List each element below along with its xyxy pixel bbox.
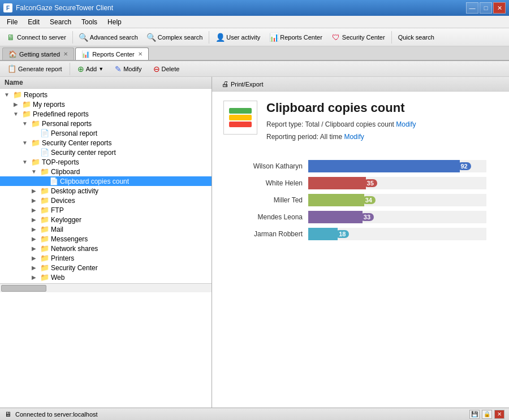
chart-bar: 18 [308, 228, 338, 240]
minimize-button[interactable]: — [466, 2, 478, 14]
tree-item-printers[interactable]: ▶ 📁 Printers [0, 253, 212, 263]
title-bar: F FalconGaze SecureTower Client — □ ✕ [0, 0, 509, 16]
reports-center-label: Reports Center [280, 34, 322, 41]
tree-label-sc-reports: Security Center reports [42, 139, 111, 147]
folder-predefined-icon: 📁 [22, 110, 31, 118]
tree-item-network-shares[interactable]: ▶ 📁 Network shares [0, 244, 212, 253]
menu-tools[interactable]: Tools [77, 17, 102, 27]
expander-devices[interactable]: ▶ [29, 197, 38, 203]
status-text: 🖥 Connected to server:localhost [5, 410, 98, 418]
tree-item-security-center[interactable]: ▶ 📁 Security Center [0, 263, 212, 272]
tree-item-mail[interactable]: ▶ 📁 Mail [0, 224, 212, 234]
expander-predefined[interactable]: ▼ [11, 111, 20, 117]
tree-item-devices[interactable]: ▶ 📁 Devices [0, 196, 212, 205]
tab-getting-started[interactable]: 🏠 Getting started ✕ [2, 47, 74, 60]
separator-4 [70, 63, 70, 75]
folder-ftp-icon: 📁 [40, 206, 49, 214]
print-icon: 🖨 [222, 80, 229, 88]
status-icon-1[interactable]: 💾 [469, 410, 480, 419]
modify-label: Modify [123, 66, 141, 72]
menu-file[interactable]: File [2, 17, 22, 27]
tree-item-sc-report[interactable]: 📄 Security center report [0, 148, 212, 157]
quick-search-button[interactable]: Quick search [394, 32, 438, 42]
expander-messengers[interactable]: ▶ [29, 236, 38, 242]
expander-ftp[interactable]: ▶ [29, 207, 38, 213]
complex-search-button[interactable]: 🔍 Complex search [143, 31, 206, 44]
tree-label-predefined: Predefined reports [33, 110, 89, 118]
expander-mail[interactable]: ▶ [29, 226, 38, 232]
expander-reports[interactable]: ▼ [2, 92, 11, 98]
tab-getting-started-close[interactable]: ✕ [63, 51, 68, 57]
menu-bar: File Edit Search Tools Help [0, 16, 509, 28]
chart-value-badge: 33 [360, 213, 374, 221]
horizontal-scrollbar[interactable] [0, 283, 212, 292]
chart-label: Mendes Leona [235, 213, 308, 221]
status-icon-3[interactable]: ✕ [494, 410, 504, 419]
tree-item-keylogger[interactable]: ▶ 📁 Keylogger [0, 215, 212, 224]
app-icon: F [3, 3, 12, 12]
tabs-bar: 🏠 Getting started ✕ 📊 Reports Center ✕ [0, 46, 509, 61]
folder-devices-icon: 📁 [40, 196, 49, 205]
tree-item-sc-reports[interactable]: ▼ 📁 Security Center reports [0, 138, 212, 148]
tree-item-clipboard[interactable]: ▼ 📁 Clipboard [0, 167, 212, 176]
expander-network-shares[interactable]: ▶ [29, 245, 38, 252]
tree-item-top-reports[interactable]: ▼ 📁 TOP-reports [0, 157, 212, 167]
print-export-button[interactable]: 🖨 Print/Export [217, 78, 268, 90]
menu-help[interactable]: Help [103, 17, 126, 27]
folder-sc-reports-icon: 📁 [31, 138, 40, 147]
expander-my-reports[interactable]: ▶ [11, 101, 20, 107]
expander-keylogger[interactable]: ▶ [29, 217, 38, 223]
left-panel: Name ▼ 📁 Reports ▶ 📁 My reports ▼ 📁 Pred… [0, 77, 212, 408]
tab-reports-center-close[interactable]: ✕ [138, 51, 143, 57]
tree-item-ftp[interactable]: ▶ 📁 FTP [0, 205, 212, 215]
tree-item-messengers[interactable]: ▶ 📁 Messengers [0, 234, 212, 244]
menu-search[interactable]: Search [45, 17, 76, 27]
chart-row: White Helen35 [235, 177, 486, 189]
tree-item-my-reports[interactable]: ▶ 📁 My reports [0, 99, 212, 109]
user-activity-button[interactable]: 👤 User activity [212, 31, 264, 44]
expander-top-reports[interactable]: ▼ [20, 159, 29, 165]
expander-sc-reports[interactable]: ▼ [20, 140, 29, 146]
maximize-button[interactable]: □ [480, 2, 492, 14]
menu-edit[interactable]: Edit [23, 17, 44, 27]
tree-item-clipboard-copies[interactable]: 📄 Clipboard copies count [0, 176, 212, 186]
reports-center-icon: 📊 [269, 33, 278, 42]
tree-item-predefined[interactable]: ▼ 📁 Predefined reports [0, 109, 212, 119]
connect-to-server-button[interactable]: 🖥 Connect to server [2, 31, 70, 44]
security-center-label: Security Center [342, 34, 385, 41]
expander-desktop[interactable]: ▶ [29, 188, 38, 194]
expander-security-center[interactable]: ▶ [29, 265, 38, 271]
tree-label-desktop: Desktop activity [51, 187, 98, 195]
tab-reports-center[interactable]: 📊 Reports Center ✕ [75, 47, 149, 60]
expander-web[interactable]: ▶ [29, 274, 38, 280]
folder-printers-icon: 📁 [40, 254, 49, 262]
close-button[interactable]: ✕ [493, 2, 506, 14]
chart-label: Jarman Robbert [235, 230, 308, 238]
tree-label-security-center: Security Center [51, 264, 98, 272]
tree-label-mail: Mail [51, 226, 63, 233]
expander-printers[interactable]: ▶ [29, 255, 38, 261]
scroll-thumb[interactable] [1, 285, 46, 292]
delete-button[interactable]: ⊖ Delete [148, 63, 185, 75]
separator-2 [209, 31, 209, 44]
add-button[interactable]: ⊕ Add ▼ [72, 63, 109, 75]
modify-period-link[interactable]: Modify [344, 133, 364, 141]
tree-item-personal-report[interactable]: 📄 Personal report [0, 128, 212, 138]
chart-bar-container: 34 [308, 194, 486, 206]
security-center-button[interactable]: 🛡 Security Center [327, 31, 389, 44]
tree-item-reports[interactable]: ▼ 📁 Reports [0, 90, 212, 99]
expander-personal-reports[interactable]: ▼ [20, 120, 29, 127]
expander-clipboard[interactable]: ▼ [29, 168, 38, 175]
modify-button[interactable]: ✎ Modify [110, 63, 146, 75]
status-icon-2[interactable]: 🔒 [482, 410, 492, 419]
chart-bar-container: 18 [308, 228, 486, 240]
modify-report-type-link[interactable]: Modify [396, 120, 416, 128]
advanced-search-button[interactable]: 🔍 Advanced search [75, 31, 142, 44]
generate-report-button[interactable]: 📋 Generate report [2, 63, 67, 75]
tree-item-personal-reports[interactable]: ▼ 📁 Personal reports [0, 119, 212, 128]
reports-center-button[interactable]: 📊 Reports Center [265, 31, 326, 44]
tree-label-devices: Devices [51, 197, 75, 205]
tree-label-ftp: FTP [51, 206, 64, 214]
tree-item-desktop[interactable]: ▶ 📁 Desktop activity [0, 186, 212, 196]
tree-item-web[interactable]: ▶ 📁 Web [0, 272, 212, 282]
